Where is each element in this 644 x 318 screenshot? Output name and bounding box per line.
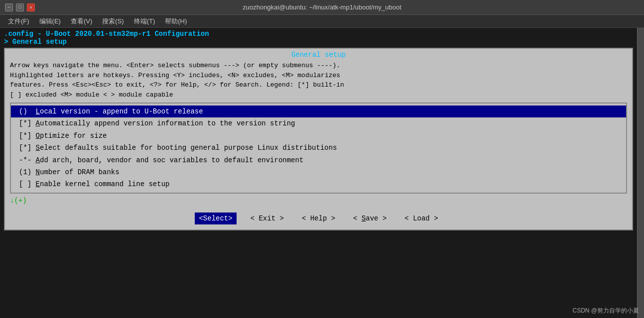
menu-item-5[interactable]: (1) Number of DRAM banks	[11, 166, 626, 178]
menu-item-3[interactable]: [*] Select defaults suitable for booting…	[11, 142, 626, 154]
menu-file[interactable]: 文件(F)	[4, 16, 33, 27]
menu-item-6[interactable]: [ ] Enable kernel command line setup	[11, 178, 626, 190]
menu-terminal[interactable]: 终端(T)	[130, 16, 159, 27]
instruction-line-3: features. Press <Esc><Esc> to exit, <?> …	[10, 80, 627, 90]
load-button[interactable]: < Load >	[400, 212, 442, 224]
box-title: General setup	[5, 49, 632, 60]
terminal-area: .config - U-Boot 2020.01-stm32mp-r1 Conf…	[0, 28, 644, 318]
maximize-button[interactable]: □	[16, 3, 24, 11]
save-button[interactable]: < Save >	[349, 212, 390, 224]
instructions: Arrow keys navigate the menu. <Enter> se…	[5, 60, 632, 101]
title-bar: – □ ✕ zuozhongkai@ubuntu: ~/linux/atk-mp…	[0, 0, 644, 15]
instruction-line-2: Highlighted letters are hotkeys. Pressin…	[10, 71, 627, 81]
menu-footer: ↓(+)	[5, 196, 632, 207]
main-content-box: General setup Arrow keys navigate the me…	[4, 48, 633, 230]
menu-search[interactable]: 搜索(S)	[98, 16, 128, 27]
exit-button[interactable]: < Exit >	[247, 212, 288, 224]
menu-bar: 文件(F) 编辑(E) 查看(V) 搜索(S) 终端(T) 帮助(H)	[0, 15, 644, 28]
select-button[interactable]: <Select>	[195, 212, 236, 224]
menu-help[interactable]: 帮助(H)	[161, 16, 191, 27]
config-header: .config - U-Boot 2020.01-stm32mp-r1 Conf…	[0, 28, 637, 46]
help-button[interactable]: < Help >	[298, 212, 339, 224]
watermark: CSDN @努力自学的小夏	[572, 307, 639, 315]
menu-edit[interactable]: 编辑(E)	[35, 16, 65, 27]
instruction-line-1: Arrow keys navigate the menu. <Enter> se…	[10, 61, 627, 71]
instruction-line-4: [ ] excluded <M> module < > module capab…	[10, 90, 627, 100]
menu-item-2[interactable]: [*] Optimize for size	[11, 130, 626, 142]
menu-item-1[interactable]: [*] Automatically append version informa…	[11, 117, 626, 129]
scrollbar[interactable]	[637, 28, 644, 318]
menu-list: () Local version - append to U-Boot rele…	[10, 103, 627, 194]
minimize-button[interactable]: –	[5, 3, 13, 11]
config-title: .config - U-Boot 2020.01-stm32mp-r1 Conf…	[4, 30, 633, 38]
menu-view[interactable]: 查看(V)	[67, 16, 96, 27]
menu-item-0[interactable]: () Local version - append to U-Boot rele…	[11, 106, 626, 117]
close-button[interactable]: ✕	[27, 3, 35, 11]
window-title: zuozhongkai@ubuntu: ~/linux/atk-mp1/uboo…	[35, 3, 609, 11]
menu-item-4[interactable]: -*- Add arch, board, vendor and soc vari…	[11, 154, 626, 166]
config-subtitle: > General setup	[4, 38, 633, 46]
button-row: <Select> < Exit > < Help > < Save > < Lo…	[5, 207, 632, 229]
